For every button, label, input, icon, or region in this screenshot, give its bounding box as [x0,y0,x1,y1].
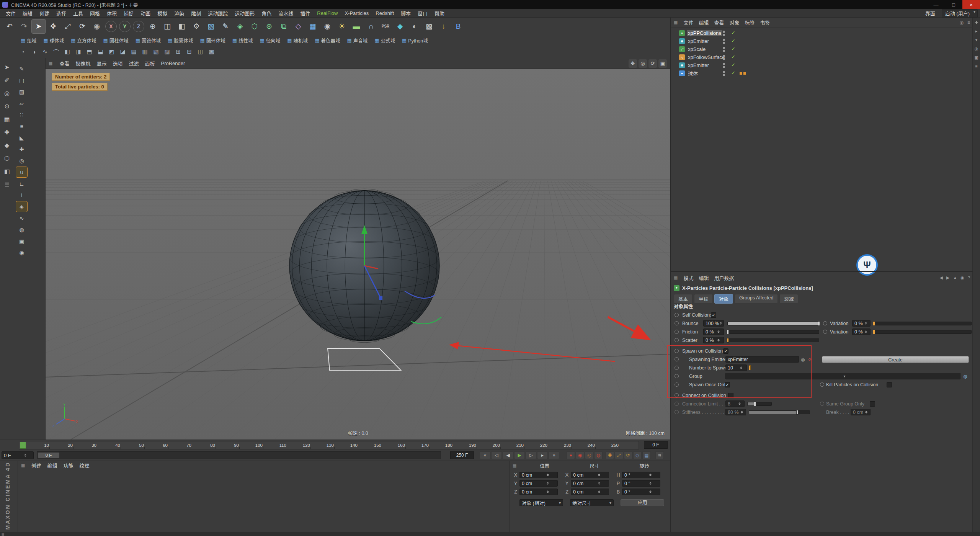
record-keyframe-button[interactable]: ● [567,451,575,459]
size-mode-select[interactable]: 绝对尺寸▾ [570,499,614,506]
menu-item[interactable]: 角色 [258,9,275,17]
points-mode-icon[interactable]: ∷ [16,109,27,120]
group-field-button[interactable]: ▦组域 [18,36,39,45]
frame-range-slider[interactable]: 0 F [37,451,441,459]
menu-item[interactable]: 捕捉 [120,9,137,17]
record-scale-toggle[interactable]: ⤢ [615,451,623,459]
workplane-lock-icon[interactable]: ⊥ [16,190,27,200]
field-modifier-icon[interactable]: ◑ [29,47,39,57]
panel-divider[interactable] [671,271,973,272]
collapse-icon[interactable]: ▾ [975,38,978,42]
bounce-variation-field[interactable]: 0 % [852,320,871,327]
attribute-manager-menu-item[interactable]: 编辑 [696,274,711,282]
create-button[interactable]: Create [822,356,969,363]
viewport-menu-item[interactable]: 查看 [56,59,72,67]
zoom-view-icon[interactable]: ◎ [639,59,647,68]
enabled-check-icon[interactable]: ✓ [731,70,735,76]
friction-variation-slider[interactable] [874,330,972,334]
symmetry-icon[interactable]: ⧉ [277,20,291,33]
redo-icon[interactable]: ↷ [17,20,31,33]
animation-dot[interactable] [675,393,679,397]
visibility-dots[interactable] [723,71,725,76]
keyframe-selection-button[interactable]: ◎ [585,451,593,459]
menu-item[interactable]: X-Particles [341,10,372,16]
group-field[interactable]: ▾ [725,373,960,379]
spinner[interactable] [714,329,723,334]
spinner[interactable] [18,453,33,458]
field-modifier-icon[interactable]: ⬒ [84,47,95,57]
self-collisions-checkbox[interactable]: ✓ [711,312,716,318]
capsule-field-button[interactable]: ▦胶囊体域 [165,36,196,45]
ik-icon[interactable]: ∿ [16,213,27,223]
cone-field-button[interactable]: ▦圆锥体域 [132,36,164,45]
range-end-field[interactable]: 250 F [450,451,474,459]
field-modifier-icon[interactable]: ◔ [18,47,28,57]
edges-mode-icon[interactable]: ≡ [16,121,27,131]
friction-variation-field[interactable]: 0 % [852,328,871,335]
animation-dot[interactable] [675,321,679,325]
object-manager-menu-item[interactable]: 文件 [681,18,696,26]
friction-value-field[interactable]: 0 % [703,328,724,335]
menu-item[interactable]: 运动跟踪 [204,9,231,17]
rotate-view-icon[interactable]: ⟳ [648,59,657,68]
animation-dot[interactable] [675,366,679,370]
frame-number-field[interactable]: 0 F [2,451,34,459]
visibility-dots[interactable] [723,39,725,44]
sphere-field-button[interactable]: ▦球体域 [40,36,67,45]
position-input[interactable]: 0 cm [519,489,558,495]
maximize-button[interactable]: □ [945,0,962,9]
object-name[interactable]: xpEmitter [687,38,710,44]
spinner[interactable] [539,472,557,477]
animation-dot[interactable] [675,313,679,317]
enable-axis-icon[interactable]: ✚ [16,144,27,154]
field-modifier-icon[interactable]: ∿ [40,47,50,57]
pick-object-icon[interactable]: ◎ [801,356,805,363]
object-icon[interactable]: ⤢ [679,46,685,52]
goto-start-button[interactable]: « [480,451,490,459]
light-icon[interactable]: ☀ [335,20,349,33]
enabled-check-icon[interactable]: ✓ [731,38,735,44]
animation-dot[interactable] [675,330,679,334]
spinner[interactable] [591,489,608,494]
rotation-input[interactable]: 0 ° [622,472,660,478]
live-selection-icon[interactable]: ➤ [32,20,46,33]
apply-button[interactable]: 应用 [621,499,664,506]
spinner[interactable] [591,481,608,486]
bounce-value-field[interactable]: 100 % [703,320,724,327]
linear-field-button[interactable]: ▦线性域 [229,36,256,45]
xparticles-icon[interactable]: ◆ [393,20,407,33]
spinner[interactable] [863,321,869,326]
lock-icon[interactable]: ▣ [16,236,27,246]
undo-icon[interactable]: ↶ [3,20,16,33]
field-modifier-icon[interactable]: ◫ [195,47,206,57]
primitive-cube-icon[interactable]: ▧ [204,20,218,33]
download-icon[interactable]: ↓ [437,20,451,33]
solo-mode-icon[interactable]: ◎ [16,155,27,166]
enabled-check-icon[interactable]: ✓ [731,30,735,36]
menu-icon[interactable]: ≡ [975,64,977,69]
animation-dot[interactable] [675,374,679,378]
field-modifier-icon[interactable]: ◩ [106,47,117,57]
viewport-menu-item[interactable]: 显示 [93,59,109,67]
object-manager-menu-item[interactable]: 编辑 [696,18,711,26]
record-position-toggle[interactable]: ✚ [606,451,614,459]
object-row[interactable]: ✺ xpEmitter ✓ [671,37,973,45]
list-tool-icon[interactable]: ≣ [1,178,13,190]
filter-icon[interactable]: ≡ [967,20,970,25]
hex-tool-icon[interactable]: ⬡ [1,152,13,164]
menu-item[interactable]: 运动图形 [231,9,258,17]
menu-item[interactable]: Redshift [372,10,397,16]
scatter-slider[interactable] [727,338,819,342]
spawn-once-only-checkbox[interactable]: ✓ [725,382,730,387]
connect-on-collision-checkbox[interactable]: ✓ [728,393,733,398]
object-icon[interactable]: ✺ [679,38,685,44]
object-manager-menu-item[interactable]: 标签 [742,18,757,26]
menu-item[interactable]: 插件 [297,9,314,17]
object-manager-menu-item[interactable]: 书签 [757,18,773,26]
parent-icon[interactable]: ▲ [953,275,957,280]
model-mode-icon[interactable]: ▢ [16,75,27,85]
pin-icon[interactable]: ◉ [960,275,964,280]
spawn-count-handle[interactable] [749,365,751,370]
menu-item[interactable]: 雕刻 [188,9,204,17]
search-icon[interactable]: ◎ [960,20,964,25]
